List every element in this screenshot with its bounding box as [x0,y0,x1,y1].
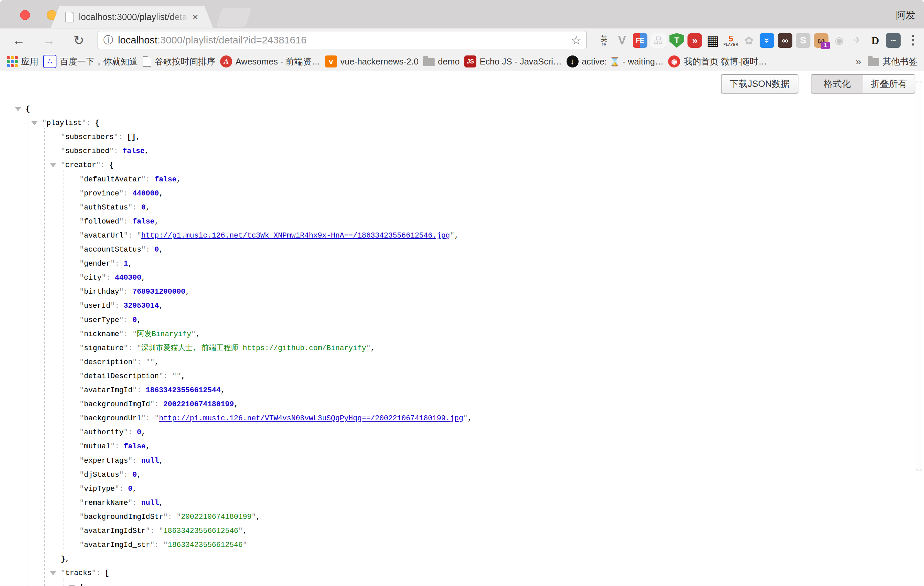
bookmark-demo-folder[interactable]: demo [423,56,460,67]
tab-close-icon[interactable]: × [192,12,198,22]
json-line: "avatarImgIdStr": "18633423556612546", [79,524,247,538]
json-line: { [79,580,84,586]
url-host: localhost [118,35,157,45]
mask-icon[interactable]: ∞ [778,33,792,48]
json-token-q: " [79,541,84,549]
json-token-k: backgroundImgId [84,400,150,409]
bookmark-echojs[interactable]: JSEcho JS - JavaScri… [464,56,562,68]
bookmark-awesomes[interactable]: AAwesomes - 前端资… [220,56,320,68]
bookmark-apps[interactable]: 应用 [7,56,38,68]
json-token-m: , [146,203,150,212]
json-token-b: { [109,161,114,169]
forward-button[interactable]: → [40,32,58,49]
reload-button[interactable]: ↻ [70,32,87,49]
tampermonkey-icon[interactable]: ω1 [814,33,828,48]
json-token-c: : [114,147,122,155]
json-token-w: false [154,175,177,184]
folder-icon [868,58,879,66]
bookmark-star-icon[interactable]: ☆ [571,33,582,48]
collapse-triangle-icon[interactable] [50,571,56,575]
shield-t-icon[interactable]: T [670,33,684,48]
bookmarks-overflow-chevrons-icon[interactable]: » [856,56,861,67]
json-token-m: , [159,457,163,465]
fehelper-icon[interactable]: FE [633,33,647,48]
json-token-m: , [370,344,375,352]
json-token-q: " [243,541,247,549]
chrome-menu-icon[interactable]: ⋮ [907,32,919,47]
scrollbar-thumb[interactable] [916,81,922,471]
back-button[interactable]: ← [10,32,27,49]
bookmark-vue-hackernews[interactable]: vvue-hackernews-2.0 [325,56,419,68]
bookmark-echojs-icon: JS [464,56,476,68]
json-token-q: " [115,485,119,493]
d-icon[interactable]: D [868,33,883,48]
other-bookmarks-folder[interactable]: 其他书签 [868,56,917,68]
json-line: }, [61,552,69,566]
bookmark-weibo-home[interactable]: ◉我的首页 微博-随时… [668,56,767,68]
new-tab-button[interactable] [216,8,252,27]
json-line: "authority": 0, [79,426,146,440]
bird-icon[interactable]: ✈ [850,33,865,48]
browser-tab[interactable]: localhost:3000/playlist/detail?i × [51,6,213,28]
url-text[interactable]: localhost:3000/playlist/detail?id=243816… [118,35,307,46]
json-token-c: : [132,499,141,507]
paw-icon[interactable]: ✿ [742,33,756,48]
vue-devtools-icon[interactable]: V [615,33,629,48]
json-token-m: , [234,400,238,409]
sitemap-icon[interactable]: 品 [651,33,666,48]
json-token-m: , [159,499,163,507]
json-token-q: " [79,316,84,324]
json-token-c: : [118,133,127,141]
json-token-q: " [79,330,84,338]
json-token-k: avatarImgIdStr [84,527,146,535]
close-window-button[interactable] [20,10,30,20]
weibo-gray-icon[interactable]: ◉ [832,33,846,48]
qrcode-icon[interactable]: ▦ [706,33,720,48]
blue-chevrons-icon[interactable]: » [760,33,774,48]
s-icon[interactable]: S [796,33,810,48]
overflow-icon[interactable]: ••• [886,33,901,48]
json-token-q: " [79,499,84,507]
collapse-triangle-icon[interactable] [50,163,56,167]
profile-name[interactable]: 阿发 [896,9,915,22]
json-token-m: , [243,527,247,535]
json-token-q: " [141,414,146,423]
json-token-k: mutual [84,442,110,451]
fast-forward-icon[interactable]: » [688,33,702,48]
bookmark-demo-folder-label: demo [438,56,460,67]
site-info-icon[interactable]: ⓘ [103,33,113,47]
json-token-q: " [119,316,124,324]
indent-guide [44,128,45,586]
json-token-n: 768931200000 [132,288,185,296]
json-token-k: detailDescription [84,372,159,381]
bookmark-google-sort[interactable]: 谷歌按时间排序 [143,56,216,68]
titlebar: localhost:3000/playlist/detail?i × 阿发 [0,0,924,28]
json-token-n: 0 [132,316,137,324]
json-token-q: " [79,358,84,366]
html5-player-icon-glyph: 5 [729,35,733,43]
html5-player-icon[interactable]: 5PLAYER [724,33,738,48]
bookmark-active[interactable]: ↓active: ⌛ - waiting… [566,56,664,68]
json-token-m: , [154,218,159,226]
json-token-k: expertTags [84,457,128,465]
json-token-q: " [146,527,150,535]
url-field[interactable]: ⓘ localhost:3000/playlist/detail?id=2438… [97,31,587,49]
json-token-n: 0 [154,246,159,254]
json-link[interactable]: http://p1.music.126.net/VTW4vsN08vwL3uSQ… [159,414,463,423]
json-token-m: , [145,147,149,155]
json-token-c: : [132,457,141,465]
json-token-c: : [154,541,163,549]
translate-icon[interactable]: 英en [597,33,611,48]
overflow-icon-glyph: ••• [891,38,896,43]
json-token-q: " [110,302,115,310]
json-token-m: , [137,316,141,324]
json-token-n: 0 [141,203,146,212]
json-link[interactable]: http://p1.music.126.net/tc3Wk_XNPmwiR4hx… [141,231,450,240]
bookmark-baidu[interactable]: ∴百度一下，你就知道 [43,55,138,68]
weibo-gray-icon-glyph: ◉ [835,35,843,45]
collapse-triangle-icon[interactable] [31,121,38,125]
collapse-triangle-icon[interactable] [15,107,21,111]
bookmark-apps-label: 应用 [21,56,38,68]
html5-player-icon-label: PLAYER [724,43,739,46]
json-token-k: playlist [46,119,82,127]
